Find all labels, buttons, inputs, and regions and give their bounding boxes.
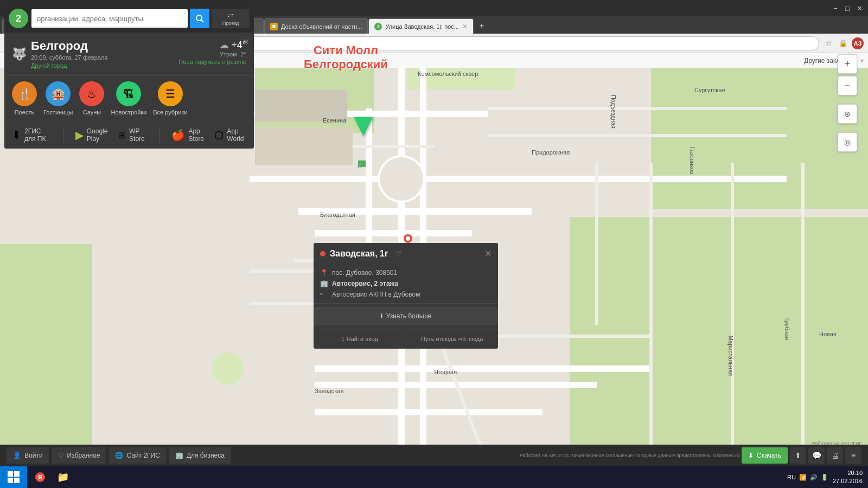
cat-label-hotels: Гостиницы <box>43 109 73 115</box>
share-button[interactable]: ⬆ <box>790 447 806 464</box>
weather-icon: ☁ <box>219 39 229 51</box>
dl-item-appworld[interactable]: ⬡ App World <box>214 127 246 143</box>
dl-label-googleplay: Google Play <box>87 127 110 143</box>
start-button[interactable] <box>0 466 27 488</box>
taskbar-yandex[interactable]: Я <box>29 467 51 487</box>
popup-building-text: Автосервис, 2 этажа <box>332 280 398 287</box>
popup-address-text: пос. Дубовое, 308501 <box>332 269 397 277</box>
minimize-button[interactable]: − <box>831 4 840 12</box>
search-icon <box>195 14 204 23</box>
tray-volume-icon: 🔊 <box>810 474 818 481</box>
dl-label-wpstore: WP Store <box>129 127 147 143</box>
street-label-novaya: Новая <box>819 331 837 337</box>
svg-rect-5 <box>14 478 20 483</box>
other-bookmarks-arrow: ▾ <box>860 57 864 65</box>
taskbar-tray: RU 📶 🔊 🔋 <box>787 474 828 481</box>
site-label: Сайт 2ГИС <box>126 452 159 459</box>
dl-icon-appworld: ⬡ <box>214 129 224 142</box>
street-label-komsomolsky: Комсомольский сквер <box>418 70 478 77</box>
cat-label-eat: Поесть <box>15 109 34 115</box>
search-input[interactable] <box>31 9 188 28</box>
business-button[interactable]: 🏢 Для бизнеса <box>169 447 231 464</box>
svg-rect-3 <box>14 471 20 477</box>
dl-item-googleplay[interactable]: ▶ Google Play <box>75 127 110 143</box>
tab-add-button[interactable]: + <box>474 18 489 34</box>
zoom-out-button[interactable]: − <box>838 76 857 95</box>
tab-2gis[interactable]: 2 Улица Заводская, 1г, пос... ✕ <box>368 18 473 34</box>
tray-battery-icon: 🔋 <box>821 474 828 481</box>
cat-item-hotels[interactable]: 🏨 Гостиницы <box>43 81 73 115</box>
popup-title: Заводская, 1г <box>330 249 388 259</box>
popup-title-row: Заводская, 1г ♡ <box>320 249 402 259</box>
compass-button[interactable]: ⊕ <box>838 104 857 124</box>
street-label-pridorozhnaya: Придорожная <box>532 149 570 156</box>
map-controls: + − ⊕ ◎ <box>838 54 857 152</box>
city-left: 🐺 Белгород 20:09, суббота, 27 февраля Др… <box>12 39 107 69</box>
route-arrows-icon: ⇒⊙ <box>458 336 467 342</box>
print-button[interactable]: 🖨 <box>827 447 843 464</box>
dl-icon-googleplay: ▶ <box>75 129 84 142</box>
cat-item-newbuildings[interactable]: 🏗 Новостройки <box>111 81 146 115</box>
street-label-zavodskaya: Заводская <box>315 388 343 394</box>
weather-tip[interactable]: Пора подумать о резине <box>178 59 246 65</box>
find-entrance-button[interactable]: ⤵ Найти вход <box>314 329 406 349</box>
tab-2gis-favicon: 2 <box>374 23 382 30</box>
favorites-button[interactable]: ♡ Избранное <box>52 447 107 464</box>
dl-icon-wpstore: ⊞ <box>119 130 126 140</box>
dl-label-appstore: App Store <box>188 127 206 143</box>
cat-item-eat[interactable]: 🍴 Поесть <box>12 81 37 115</box>
dl-item-wpstore[interactable]: ⊞ WP Store <box>119 127 147 143</box>
location-button[interactable]: ◎ <box>838 132 857 152</box>
know-more-button[interactable]: ℹ Узнать больше <box>314 307 498 325</box>
dl-item-pc[interactable]: ⬇ 2ГИС для ПК <box>12 127 51 143</box>
tab-ads-label: Доска объявлений от частн... <box>281 23 362 30</box>
popup-actions: ℹ Узнать больше <box>314 303 498 329</box>
dl-divider2 <box>159 127 159 143</box>
taskbar-right: RU 📶 🔊 🔋 20:10 27.02.2016 <box>782 469 868 486</box>
popup-favorite-icon[interactable]: ♡ <box>395 249 402 258</box>
dl-label-appworld: App World <box>227 127 246 143</box>
popup-header: Заводская, 1г ♡ ✕ <box>314 243 498 264</box>
map-label-city-mall: Сити Молл Белгородский <box>304 43 388 72</box>
morning-temp: Утром -2° <box>178 51 246 57</box>
location-arrow: ▼ <box>347 106 379 143</box>
taskbar-folder[interactable]: 📁 <box>51 467 75 487</box>
restore-button[interactable]: □ <box>843 4 852 12</box>
dl-item-appstore[interactable]: 🍎 App Store <box>171 127 206 143</box>
zoom-in-button[interactable]: + <box>838 54 857 74</box>
tab-ads[interactable]: 📋 Доска объявлений от частн... <box>264 18 368 34</box>
addr-icons: ☆ 🔒 АЗ <box>824 37 864 49</box>
cat-item-saunas[interactable]: ♨ Сауны <box>79 81 104 115</box>
popup-buttons: ⤵ Найти вход Путь отсюда ⇒⊙ сюда <box>314 329 498 349</box>
cat-label-newbuildings: Новостройки <box>111 109 146 115</box>
other-city-link[interactable]: Другой город <box>31 62 107 69</box>
city-panel-close[interactable]: ✕ <box>242 37 250 47</box>
site-icon: 🌐 <box>115 452 123 459</box>
street-label-trubnaya: Трубная <box>784 317 790 340</box>
close-button[interactable]: ✕ <box>855 4 864 12</box>
svg-line-1 <box>201 20 203 22</box>
popup-row-building: 🏢 Автосервис, 2 этажа <box>320 278 492 289</box>
cat-item-all-categories[interactable]: ☰ Все рубрики <box>153 81 187 115</box>
popup-row-tenant: • Автосервис АКПП в Дубовом <box>320 289 492 300</box>
menu-more-button[interactable]: ≡ <box>845 447 861 464</box>
title-bar-right: − □ ✕ <box>831 4 864 12</box>
star-icon[interactable]: ☆ <box>824 38 834 49</box>
yandex-icon: Я <box>35 472 45 482</box>
search-button[interactable] <box>190 9 209 28</box>
route-from-button[interactable]: Путь отсюда ⇒⊙ сюда <box>406 329 499 349</box>
popup-address-icon: 📍 <box>320 269 328 277</box>
street-label-podezdnaya: Подъездная <box>610 95 617 129</box>
popup-close-button[interactable]: ✕ <box>484 248 492 259</box>
route-button[interactable]: ⇌ Проезд <box>212 9 250 28</box>
comment-button[interactable]: 💬 <box>808 447 825 464</box>
user-icon[interactable]: АЗ <box>852 37 864 49</box>
clock-time: 20:10 <box>833 469 863 477</box>
route-from-label: Путь отсюда <box>421 336 456 342</box>
site-button[interactable]: 🌐 Сайт 2ГИС <box>108 447 166 464</box>
know-more-label: Узнать больше <box>386 312 431 320</box>
login-button[interactable]: 👤 Войти <box>7 447 49 464</box>
download-button[interactable]: ⬇ Скачать <box>742 447 788 464</box>
tab-2gis-close[interactable]: ✕ <box>462 23 468 30</box>
street-label-esenina: Есенина <box>323 117 346 124</box>
